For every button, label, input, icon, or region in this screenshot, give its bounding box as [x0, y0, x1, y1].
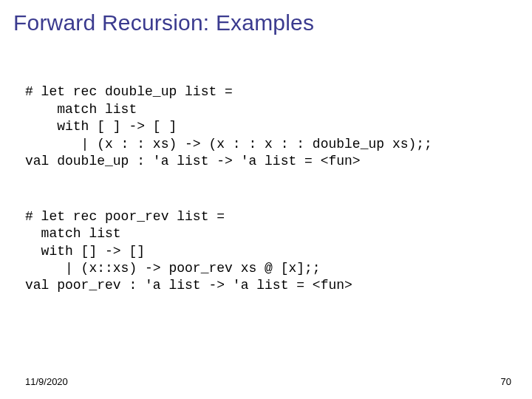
- code-line: match list: [25, 226, 121, 241]
- code-line: | (x : : xs) -> (x : : x : : double_up x…: [25, 137, 432, 151]
- code-example-poor-rev: # let rec poor_rev list = match list wit…: [0, 191, 532, 294]
- code-example-double-up: # let rec double_up list = match list wi…: [0, 66, 532, 170]
- code-line: match list: [25, 102, 137, 117]
- footer-page-number: 70: [501, 376, 511, 387]
- footer: 11/9/2020 70: [25, 376, 511, 387]
- footer-date: 11/9/2020: [25, 376, 68, 387]
- code-line: with [ ] -> [ ]: [25, 119, 177, 134]
- code-line: | (x::xs) -> poor_rev xs @ [x];;: [25, 261, 321, 276]
- code-line: # let rec poor_rev list =: [25, 209, 225, 224]
- code-line: val poor_rev : 'a list -> 'a list = <fun…: [25, 278, 352, 293]
- code-line: with [] -> []: [25, 244, 145, 259]
- slide-title: Forward Recursion: Examples: [0, 0, 532, 35]
- code-line: val double_up : 'a list -> 'a list = <fu…: [25, 154, 361, 168]
- code-line: # let rec double_up list =: [25, 84, 233, 99]
